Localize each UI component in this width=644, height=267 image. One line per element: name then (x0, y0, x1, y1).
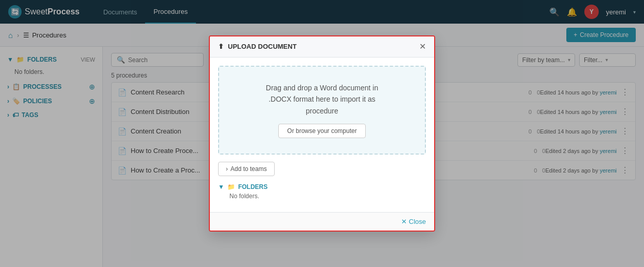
add-teams-chevron-icon: › (226, 165, 228, 173)
modal-no-folders: No folders. (218, 193, 426, 200)
modal-close-button[interactable]: ✕ (419, 43, 426, 51)
upload-document-modal: ⬆ UPLOAD DOCUMENT ✕ Drag and drop a Word… (209, 35, 435, 232)
drop-zone[interactable]: Drag and drop a Word document in .DOCX f… (218, 66, 426, 155)
add-to-teams-button[interactable]: › Add to teams (218, 162, 275, 176)
browse-computer-button[interactable]: Or browse your computer (278, 124, 365, 138)
modal-body: Drag and drop a Word document in .DOCX f… (210, 58, 434, 212)
folders-folder-icon: 📁 (227, 183, 235, 190)
modal-close-link[interactable]: ✕ Close (401, 218, 426, 225)
close-x-icon: ✕ (401, 218, 407, 225)
upload-icon: ⬆ (218, 43, 224, 50)
modal-title: ⬆ UPLOAD DOCUMENT (218, 43, 297, 50)
modal-header: ⬆ UPLOAD DOCUMENT ✕ (210, 36, 434, 58)
modal-folders-title: ▼ 📁 FOLDERS (218, 183, 426, 190)
drop-text: Drag and drop a Word document in .DOCX f… (229, 82, 415, 117)
modal-footer: ✕ Close (210, 212, 434, 231)
modal-folders-section: ▼ 📁 FOLDERS No folders. (218, 183, 426, 200)
folders-chevron-icon: ▼ (218, 183, 224, 190)
modal-overlay: ⬆ UPLOAD DOCUMENT ✕ Drag and drop a Word… (0, 0, 644, 267)
